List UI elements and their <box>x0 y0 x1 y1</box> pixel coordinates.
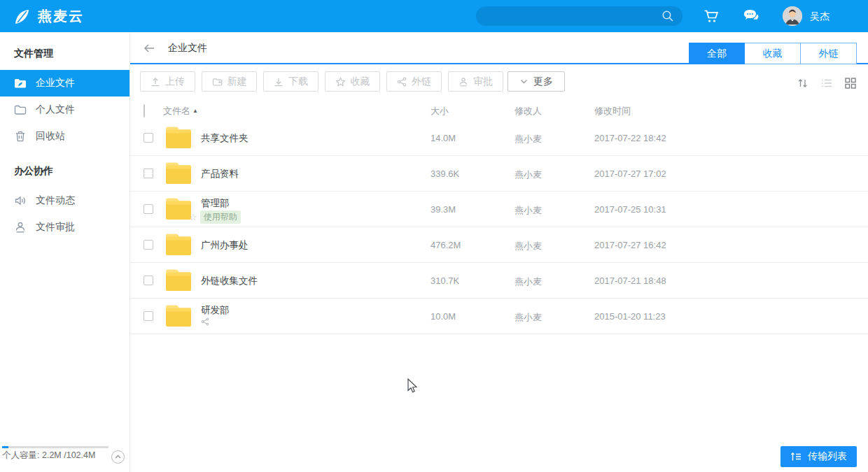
quota-total: 102.4M <box>66 450 96 460</box>
file-name[interactable]: 广州办事处 <box>201 239 248 252</box>
row-checkbox[interactable] <box>144 133 153 143</box>
row-checkbox[interactable] <box>144 169 153 178</box>
table-row[interactable]: 研发部 10.0M 燕小麦 2015-01-20 11:23 <box>130 299 868 334</box>
star-outline-icon[interactable]: ☆ <box>189 213 197 222</box>
file-size: 339.6K <box>430 169 459 179</box>
sidebar-item-personal-files[interactable]: 个人文件 <box>0 96 130 123</box>
shared-link-icon <box>201 317 209 326</box>
search-icon[interactable] <box>662 10 674 22</box>
list-view-icon[interactable] <box>820 77 833 90</box>
quota-separator: / <box>62 450 66 460</box>
sidebar-item-label: 企业文件 <box>36 77 75 90</box>
folder-icon <box>164 162 192 185</box>
search-input[interactable] <box>486 6 654 26</box>
tab-all[interactable]: 全部 <box>689 43 745 64</box>
column-name[interactable]: 文件名▲ <box>163 105 198 117</box>
sort-icon[interactable] <box>797 77 809 90</box>
file-time: 2017-07-27 16:42 <box>594 240 666 250</box>
filter-tabs: 全部 收藏 外链 <box>689 43 857 64</box>
row-checkbox[interactable] <box>144 276 153 285</box>
sidebar-section-collaboration: 办公协作 <box>0 150 130 187</box>
table-row[interactable]: 外链收集文件 310.7K 燕小麦 2017-07-21 18:48 <box>130 263 868 299</box>
file-size: 14.0M <box>430 133 456 143</box>
back-arrow-icon[interactable] <box>143 42 155 55</box>
upload-button[interactable]: 上传 <box>140 71 195 92</box>
file-list: 共享文件夹 14.0M 燕小麦 2017-07-22 18:42 产品资料 33… <box>130 120 868 334</box>
row-checkbox[interactable] <box>144 311 153 321</box>
collapse-up-icon[interactable] <box>111 450 125 464</box>
tab-external-links[interactable]: 外链 <box>801 43 857 64</box>
folder-icon <box>164 126 192 150</box>
leaf-logo-icon <box>13 8 31 26</box>
column-time[interactable]: 修改时间 <box>594 105 631 117</box>
cart-icon[interactable] <box>703 8 720 24</box>
row-checkbox[interactable] <box>144 204 153 214</box>
file-modifier: 燕小麦 <box>514 276 542 288</box>
row-checkbox[interactable] <box>144 240 153 250</box>
new-folder-button[interactable]: 新建 <box>202 71 257 92</box>
page-title: 企业文件 <box>168 42 207 55</box>
avatar[interactable] <box>783 6 802 26</box>
quota-fill <box>2 446 8 448</box>
transfer-list-label: 传输列表 <box>808 450 847 463</box>
file-modifier: 燕小麦 <box>514 133 542 145</box>
external-link-button[interactable]: 外链 <box>386 71 442 92</box>
username[interactable]: 吴杰 <box>810 10 830 23</box>
table-row[interactable]: 广州办事处 476.2M 燕小麦 2017-07-27 16:42 <box>130 227 868 263</box>
tab-favorites[interactable]: 收藏 <box>745 43 801 64</box>
personal-folder-icon <box>14 103 27 116</box>
new-folder-button-label: 新建 <box>227 76 247 88</box>
file-time: 2017-07-27 17:02 <box>594 169 666 179</box>
quota-text: 个人容量: 2.2M /102.4M <box>2 450 95 462</box>
download-button-label: 下载 <box>288 76 308 88</box>
file-time: 2017-07-21 18:48 <box>594 276 666 286</box>
file-modifier: 燕小麦 <box>514 204 542 217</box>
file-size: 10.0M <box>430 311 456 322</box>
messages-icon[interactable] <box>743 7 762 25</box>
quota-label: 个人容量: <box>2 450 39 460</box>
sidebar: 文件管理 企业文件 个人文件 回收站 办公协作 <box>0 32 130 472</box>
sidebar-item-file-activity[interactable]: 文件动态 <box>0 187 130 214</box>
folder-icon <box>164 233 192 257</box>
more-button[interactable]: 更多 <box>507 71 565 92</box>
sidebar-item-label: 个人文件 <box>36 103 75 116</box>
file-name[interactable]: 产品资料 <box>201 168 239 180</box>
transfer-list-icon <box>790 451 802 462</box>
file-time: 2017-07-22 18:42 <box>594 133 666 143</box>
grid-view-icon[interactable] <box>844 77 857 90</box>
select-all-checkbox[interactable] <box>144 105 145 117</box>
more-button-label: 更多 <box>533 76 553 88</box>
approval-button[interactable]: 审批 <box>448 71 503 92</box>
app-logo[interactable]: 燕麦云 <box>13 7 84 26</box>
file-size: 39.3M <box>430 204 456 215</box>
file-name[interactable]: 外链收集文件 <box>201 275 258 287</box>
table-row[interactable]: 共享文件夹 14.0M 燕小麦 2017-07-22 18:42 <box>130 120 868 156</box>
sidebar-item-file-approval[interactable]: 文件审批 <box>0 214 130 241</box>
table-row[interactable]: 产品资料 339.6K 燕小麦 2017-07-27 17:02 <box>130 156 868 192</box>
help-badge: 使用帮助 <box>200 210 241 224</box>
file-name[interactable]: 管理部 <box>201 197 230 210</box>
file-time: 2017-07-25 10:31 <box>594 204 666 215</box>
file-size: 476.2M <box>430 240 461 250</box>
sidebar-item-label: 文件动态 <box>36 194 75 207</box>
download-button[interactable]: 下载 <box>263 71 318 92</box>
enterprise-folder-icon <box>14 77 27 90</box>
favorite-button[interactable]: 收藏 <box>325 71 380 92</box>
transfer-list-button[interactable]: 传输列表 <box>780 446 857 467</box>
sort-ascending-icon: ▲ <box>192 108 198 114</box>
announcement-icon <box>14 194 27 207</box>
column-size[interactable]: 大小 <box>430 105 449 117</box>
column-modifier[interactable]: 修改人 <box>514 105 542 117</box>
sidebar-item-enterprise-files[interactable]: 企业文件 <box>0 70 130 96</box>
file-name[interactable]: 研发部 <box>201 304 230 317</box>
sidebar-section-file-management: 文件管理 <box>0 32 130 70</box>
folder-icon <box>164 197 192 221</box>
file-time: 2015-01-20 11:23 <box>594 311 666 322</box>
table-row[interactable]: 管理部 ☆ 使用帮助 39.3M 燕小麦 2017-07-25 10:31 <box>130 192 868 227</box>
file-modifier: 燕小麦 <box>514 311 542 324</box>
file-name[interactable]: 共享文件夹 <box>201 132 248 145</box>
sidebar-item-recycle-bin[interactable]: 回收站 <box>0 123 130 150</box>
file-sub-info <box>189 317 209 326</box>
quota-progress-bar <box>2 446 108 448</box>
quota-panel: 个人容量: 2.2M /102.4M <box>0 430 130 472</box>
